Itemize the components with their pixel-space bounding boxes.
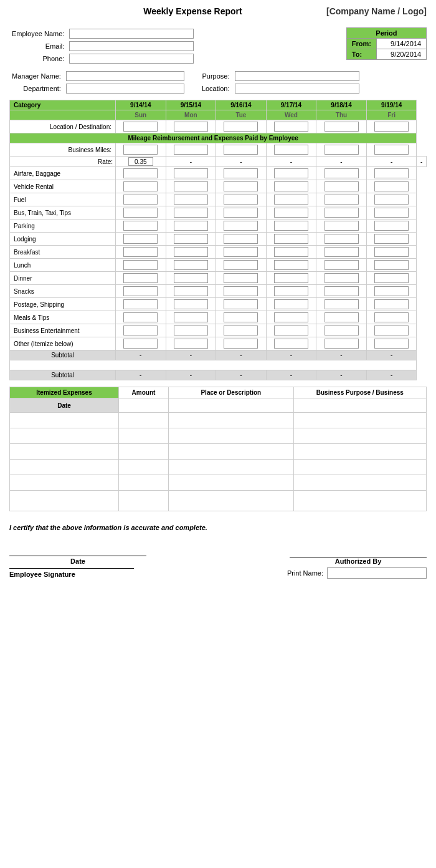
company-name: [Company Name / Logo] bbox=[326, 6, 427, 16]
day-col-0: Sun bbox=[116, 110, 166, 120]
employee-name-label: Employee Name: bbox=[9, 27, 67, 40]
miles-input-3[interactable] bbox=[274, 145, 308, 155]
amount-col-header: Amount bbox=[119, 387, 169, 398]
email-label: Email: bbox=[9, 40, 67, 52]
location-cell-0[interactable] bbox=[116, 120, 166, 133]
table-row: Postage, Shipping bbox=[10, 298, 427, 311]
dept-input[interactable] bbox=[66, 84, 184, 94]
signature-line bbox=[9, 538, 146, 556]
itemized-row bbox=[10, 460, 427, 475]
row-label-12: Business Entertainment bbox=[10, 324, 116, 337]
print-name-label: Print Name: bbox=[287, 569, 323, 577]
row-label-10: Postage, Shipping bbox=[10, 298, 116, 311]
location-input[interactable] bbox=[235, 84, 359, 94]
page-title: Weekly Expense Report bbox=[59, 6, 326, 16]
date-col-1: 9/15/14 bbox=[166, 100, 216, 110]
date-sig-label: Date bbox=[70, 557, 85, 565]
subtotal-dash-0: - bbox=[116, 350, 166, 360]
miles-input-0[interactable] bbox=[123, 145, 158, 155]
row-label-9: Snacks bbox=[10, 285, 116, 298]
row-label-0: Airfare, Baggage bbox=[10, 167, 116, 180]
subtotal2-dash-1: - bbox=[166, 370, 216, 380]
subtotal-dash-4: - bbox=[316, 350, 367, 360]
table-row: Airfare, Baggage bbox=[10, 167, 427, 180]
phone-label: Phone: bbox=[9, 52, 67, 65]
miles-input-1[interactable] bbox=[174, 145, 208, 155]
row-label-8: Dinner bbox=[10, 272, 116, 285]
miles-input-2[interactable] bbox=[224, 145, 258, 155]
mileage-section-header: Mileage Reimbursement and Expenses Paid … bbox=[10, 133, 417, 143]
rate-input[interactable] bbox=[128, 157, 153, 166]
itemized-row bbox=[10, 491, 427, 511]
itemized-row bbox=[10, 413, 427, 428]
subtotal-dash-5: - bbox=[366, 350, 417, 360]
table-row: Snacks bbox=[10, 285, 427, 298]
print-name-input[interactable] bbox=[327, 567, 427, 579]
to-label: To: bbox=[346, 49, 376, 60]
manager-name-input[interactable] bbox=[66, 71, 184, 81]
location-cell-4[interactable] bbox=[316, 120, 367, 133]
day-col-4: Thu bbox=[316, 110, 367, 120]
location-input-3[interactable] bbox=[274, 122, 308, 132]
location-cell-1[interactable] bbox=[166, 120, 216, 133]
subtotal2-dash-5: - bbox=[366, 370, 417, 380]
date-col-header: Date bbox=[10, 398, 119, 413]
authorized-line bbox=[290, 539, 427, 557]
table-row: Lodging bbox=[10, 233, 427, 246]
day-col-5: Fri bbox=[366, 110, 417, 120]
location-input-1[interactable] bbox=[174, 122, 208, 132]
table-row: Dinner bbox=[10, 272, 427, 285]
itemized-label: Itemized Expenses bbox=[10, 387, 119, 398]
table-row: Meals & Tips bbox=[10, 311, 427, 324]
email-input[interactable] bbox=[69, 41, 194, 51]
subtotal2-dash-3: - bbox=[266, 370, 316, 380]
miles-input-4[interactable] bbox=[325, 145, 359, 155]
business-col-header: Business Purpose / Business bbox=[293, 387, 426, 398]
period-label: Period bbox=[346, 28, 426, 39]
location-input-0[interactable] bbox=[123, 122, 158, 132]
itemized-table: Itemized Expenses Amount Place or Descri… bbox=[9, 387, 427, 511]
subtotal2-dash-0: - bbox=[116, 370, 166, 380]
authorized-label: Authorized By bbox=[335, 557, 382, 565]
row-label-3: Bus, Train, Taxi, Tips bbox=[10, 206, 116, 219]
rate-dash-3: - bbox=[316, 157, 367, 167]
row-label-5: Lodging bbox=[10, 233, 116, 246]
row-label-13: Other (Itemize below) bbox=[10, 337, 116, 350]
signature-section: Date Authorized By Employee Signature Pr… bbox=[9, 538, 427, 579]
miles-input-5[interactable] bbox=[374, 145, 409, 155]
location-input-2[interactable] bbox=[224, 122, 258, 132]
date-col-5: 9/19/14 bbox=[366, 100, 417, 110]
rate-dash-0: - bbox=[166, 157, 216, 167]
rate-dash-1: - bbox=[216, 157, 267, 167]
table-row: Other (Itemize below) bbox=[10, 337, 427, 350]
subtotal-label-2: Subtotal bbox=[10, 370, 116, 380]
employee-name-input[interactable] bbox=[69, 29, 194, 39]
location-cell-3[interactable] bbox=[266, 120, 316, 133]
location-cell-5[interactable] bbox=[366, 120, 417, 133]
purpose-input[interactable] bbox=[235, 71, 359, 81]
location-input-5[interactable] bbox=[374, 122, 409, 132]
table-row: Breakfast bbox=[10, 246, 427, 259]
location-dest-label: Location / Destination: bbox=[10, 120, 116, 133]
phone-input[interactable] bbox=[69, 54, 194, 64]
row-label-4: Parking bbox=[10, 219, 116, 233]
rate-dash-2: - bbox=[266, 157, 316, 167]
emp-sig-label: Employee Signature bbox=[9, 568, 134, 578]
location-cell-2[interactable] bbox=[216, 120, 267, 133]
dept-label: Department: bbox=[9, 82, 64, 95]
table-row: Vehicle Rental bbox=[10, 180, 427, 193]
from-label: From: bbox=[346, 39, 376, 49]
table-row: Fuel bbox=[10, 193, 427, 206]
date-col-0: 9/14/14 bbox=[116, 100, 166, 110]
business-miles-label: Business Miles: bbox=[10, 143, 116, 157]
rate-dash-4: - bbox=[366, 157, 417, 167]
from-value: 9/14/2014 bbox=[377, 39, 427, 49]
location-input-4[interactable] bbox=[325, 122, 359, 132]
itemized-row bbox=[10, 444, 427, 460]
subtotal-dash-3: - bbox=[266, 350, 316, 360]
table-row: Parking bbox=[10, 219, 427, 233]
row-label-7: Lunch bbox=[10, 259, 116, 272]
category-col-header: Category bbox=[10, 100, 116, 110]
subtotal-dash-1: - bbox=[166, 350, 216, 360]
expense-table: Category 9/14/14 9/15/14 9/16/14 9/17/14… bbox=[9, 100, 427, 380]
